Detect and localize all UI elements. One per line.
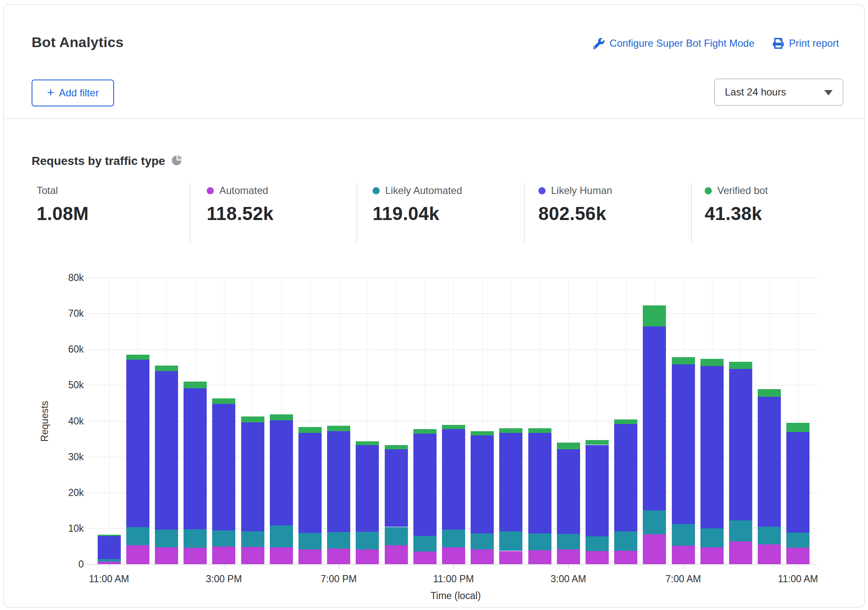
- bar-segment-likely-automated[interactable]: [557, 534, 580, 550]
- bar-segment-likely-automated[interactable]: [471, 533, 494, 549]
- x-axis-tick-label: 7:00 PM: [309, 573, 368, 585]
- bar-segment-likely-human[interactable]: [327, 431, 350, 532]
- bar-segment-verified-bot[interactable]: [557, 443, 580, 449]
- bar-segment-likely-automated[interactable]: [155, 530, 178, 547]
- bar-segment-verified-bot[interactable]: [672, 357, 695, 364]
- bar-segment-likely-automated[interactable]: [356, 532, 379, 550]
- bar-segment-verified-bot[interactable]: [758, 389, 781, 397]
- bar-segment-automated[interactable]: [557, 549, 580, 564]
- bar-segment-likely-automated[interactable]: [643, 510, 666, 534]
- bar-segment-likely-human[interactable]: [499, 433, 522, 531]
- bar-segment-likely-human[interactable]: [471, 435, 494, 533]
- bar-segment-automated[interactable]: [786, 548, 809, 564]
- bar-segment-automated[interactable]: [643, 534, 666, 564]
- bar-segment-automated[interactable]: [126, 545, 149, 564]
- bar-segment-automated[interactable]: [155, 547, 178, 564]
- bar-segment-automated[interactable]: [499, 551, 522, 565]
- bar-segment-verified-bot[interactable]: [327, 426, 350, 431]
- bar-segment-likely-automated[interactable]: [586, 536, 609, 552]
- bar-segment-likely-automated[interactable]: [614, 531, 637, 551]
- bar-segment-verified-bot[interactable]: [270, 414, 293, 420]
- bar-segment-likely-automated[interactable]: [298, 533, 322, 549]
- bar-segment-likely-automated[interactable]: [385, 527, 408, 545]
- bar-segment-automated[interactable]: [241, 547, 264, 564]
- bar-segment-likely-human[interactable]: [98, 536, 121, 559]
- bar-segment-likely-automated[interactable]: [126, 527, 149, 545]
- bar-segment-likely-human[interactable]: [184, 388, 207, 529]
- bar-segment-automated[interactable]: [184, 548, 207, 564]
- bar-segment-verified-bot[interactable]: [471, 431, 494, 435]
- bar-segment-automated[interactable]: [270, 547, 293, 564]
- bar-segment-likely-automated[interactable]: [442, 530, 465, 547]
- bar-segment-likely-human[interactable]: [614, 424, 637, 531]
- bar-segment-likely-human[interactable]: [758, 397, 781, 527]
- bar-segment-verified-bot[interactable]: [413, 429, 437, 434]
- bar-segment-likely-automated[interactable]: [499, 531, 522, 551]
- bar-segment-likely-human[interactable]: [356, 445, 379, 532]
- bar-segment-verified-bot[interactable]: [356, 441, 379, 445]
- bar-segment-likely-human[interactable]: [786, 432, 809, 533]
- bar-segment-likely-human[interactable]: [729, 369, 752, 520]
- bar-segment-automated[interactable]: [528, 550, 551, 564]
- bar-segment-likely-human[interactable]: [385, 449, 408, 527]
- bar-segment-verified-bot[interactable]: [786, 423, 809, 432]
- bar-segment-automated[interactable]: [586, 551, 609, 564]
- bar-segment-likely-human[interactable]: [298, 433, 322, 533]
- bar-segment-likely-human[interactable]: [557, 449, 580, 534]
- bar-segment-likely-automated[interactable]: [729, 520, 752, 541]
- bar-segment-verified-bot[interactable]: [586, 440, 609, 445]
- bar-segment-likely-automated[interactable]: [700, 528, 724, 547]
- bar-segment-likely-human[interactable]: [212, 404, 235, 530]
- bar-segment-verified-bot[interactable]: [126, 355, 149, 360]
- bar-segment-verified-bot[interactable]: [614, 419, 637, 424]
- bar-segment-automated[interactable]: [212, 546, 235, 564]
- bar-segment-verified-bot[interactable]: [385, 445, 408, 449]
- bar-segment-likely-human[interactable]: [643, 326, 666, 511]
- bar-segment-likely-human[interactable]: [241, 422, 264, 531]
- bar-segment-verified-bot[interactable]: [442, 425, 465, 429]
- bar-segment-verified-bot[interactable]: [212, 398, 235, 404]
- bar-segment-likely-human[interactable]: [672, 364, 695, 524]
- bar-segment-verified-bot[interactable]: [155, 366, 178, 371]
- bar-segment-likely-automated[interactable]: [327, 532, 350, 549]
- bar-segment-likely-human[interactable]: [700, 366, 724, 528]
- bar-segment-likely-automated[interactable]: [98, 559, 121, 562]
- bar-segment-likely-automated[interactable]: [241, 531, 264, 547]
- bar-segment-automated[interactable]: [298, 549, 322, 564]
- bar-segment-likely-automated[interactable]: [528, 533, 551, 550]
- bar-segment-likely-human[interactable]: [155, 371, 178, 530]
- bar-segment-likely-human[interactable]: [413, 434, 437, 536]
- bar-segment-likely-human[interactable]: [270, 420, 293, 525]
- bar-segment-likely-automated[interactable]: [413, 536, 437, 552]
- bar-segment-automated[interactable]: [700, 547, 724, 564]
- bar-segment-likely-human[interactable]: [528, 433, 551, 533]
- bar-segment-automated[interactable]: [385, 545, 408, 564]
- bar-segment-likely-human[interactable]: [126, 360, 149, 527]
- bar-segment-likely-automated[interactable]: [672, 524, 695, 546]
- bar-segment-likely-human[interactable]: [586, 445, 609, 536]
- bar-segment-likely-automated[interactable]: [758, 527, 781, 545]
- bar-segment-automated[interactable]: [327, 549, 350, 564]
- bar-segment-verified-bot[interactable]: [298, 427, 322, 433]
- bar-segment-verified-bot[interactable]: [528, 428, 551, 432]
- bar-segment-automated[interactable]: [356, 549, 379, 564]
- bar-segment-automated[interactable]: [442, 547, 465, 564]
- bar-segment-likely-automated[interactable]: [270, 525, 293, 547]
- bar-segment-verified-bot[interactable]: [643, 305, 666, 326]
- bar-segment-automated[interactable]: [413, 552, 437, 564]
- bar-segment-likely-automated[interactable]: [786, 533, 809, 548]
- bar-segment-likely-automated[interactable]: [212, 530, 235, 546]
- bar-segment-automated[interactable]: [471, 549, 494, 564]
- bar-segment-automated[interactable]: [758, 544, 781, 564]
- bar-segment-verified-bot[interactable]: [241, 416, 264, 422]
- bar-segment-verified-bot[interactable]: [184, 382, 207, 388]
- bar-segment-verified-bot[interactable]: [729, 362, 752, 369]
- bar-segment-automated[interactable]: [729, 541, 752, 564]
- bar-segment-automated[interactable]: [614, 551, 637, 564]
- bar-segment-verified-bot[interactable]: [700, 359, 724, 366]
- bar-segment-automated[interactable]: [672, 546, 695, 564]
- bar-segment-likely-automated[interactable]: [184, 529, 207, 547]
- bar-segment-likely-human[interactable]: [442, 429, 465, 530]
- bar-segment-verified-bot[interactable]: [499, 428, 522, 433]
- bar-segment-verified-bot[interactable]: [98, 535, 121, 536]
